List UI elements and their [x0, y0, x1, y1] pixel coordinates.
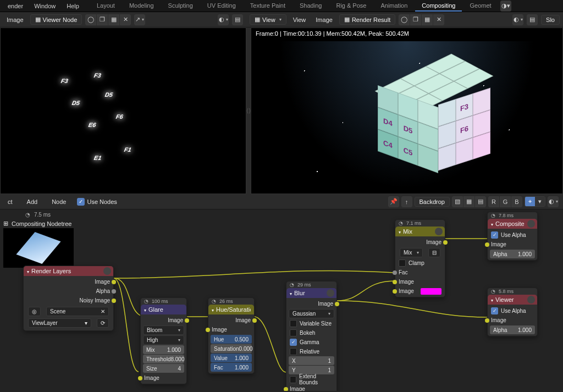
tab-uv[interactable]: UV Editing	[201, 1, 242, 12]
glare-quality[interactable]: High	[143, 335, 184, 345]
render-scene: D4D5 C4C5 F3 F6	[279, 41, 535, 189]
node-mix[interactable]: 7.1 ms Mix Image Mix ⊟ Clamp Fac Image I…	[395, 219, 445, 297]
preview-dot-icon[interactable]	[527, 220, 535, 228]
channel-b[interactable]: B	[511, 196, 522, 207]
shield-icon[interactable]: ◯	[399, 14, 410, 25]
hsv-fac[interactable]: Fac1.000	[211, 363, 252, 372]
node-select-menu[interactable]: ct	[4, 197, 16, 206]
channel-g[interactable]: G	[500, 196, 511, 207]
new-icon[interactable]: ▦	[108, 14, 119, 25]
copy-icon[interactable]: ❐	[410, 14, 421, 25]
glare-mix[interactable]: Mix1.000	[143, 345, 184, 354]
hsv-sat[interactable]: Saturation0.000	[211, 344, 252, 353]
close-icon[interactable]: ✕	[433, 14, 444, 25]
mix-color-swatch[interactable]	[421, 288, 441, 295]
channel-r[interactable]: R	[488, 196, 499, 207]
nodetree-thumb: 7.5 ms ⊞Compositing Nodetree	[3, 212, 74, 268]
viewlayer-field[interactable]: ViewLayer▾	[28, 318, 91, 328]
top-menu-bar: ender Window Help Layout Modeling Sculpt…	[0, 0, 563, 12]
node-blur[interactable]: 29 ms Blur Image Gaussian Variable Size …	[286, 281, 337, 391]
node-canvas[interactable]: 7.5 ms ⊞Compositing Nodetree Render Laye…	[0, 209, 563, 391]
right-image-header: ▦View View Image ▦Render Result ◯ ❐ ▦ ✕ …	[246, 12, 563, 27]
backdrop-button[interactable]: Backdrop	[415, 197, 450, 207]
viewer-node-viewport[interactable]: F3 F3 D5 D5 E6 F6 E1 F1	[0, 27, 246, 194]
node-render-layers[interactable]: Render Layers Image Alpha Noisy Image ◎ …	[23, 266, 114, 331]
blur-x[interactable]: X1	[289, 356, 334, 365]
copy-icon[interactable]: ❐	[97, 14, 108, 25]
render-result-viewport[interactable]: Frame:0 | Time:00:10.39 | Mem:500.42M, P…	[251, 27, 563, 194]
display-channels-icon[interactable]: ◐	[218, 14, 229, 25]
render-refresh-icon[interactable]: ⟳	[97, 318, 109, 328]
left-image-menu[interactable]: Image	[3, 15, 27, 24]
tab-compositing[interactable]: Compositing	[415, 1, 462, 12]
glare-size[interactable]: Size4	[143, 364, 184, 373]
node-composite[interactable]: 7.8 ms Composite ✓Use Alpha Image Alpha1…	[487, 212, 538, 261]
node-hsv[interactable]: 26 ms Hue/Saturation/Value Image Image H…	[208, 297, 255, 374]
scene-browse-icon[interactable]: ◎	[28, 307, 41, 316]
nodetree-name: Compositing Nodetree	[12, 220, 71, 227]
tab-animation[interactable]: Animation	[374, 1, 414, 12]
menu-window[interactable]: Window	[29, 1, 61, 11]
backdrop-fit-icon[interactable]: ▦	[463, 196, 474, 207]
workspace-tabs: Layout Modeling Sculpting UV Editing Tex…	[90, 1, 498, 12]
blur-type[interactable]: Gaussian	[289, 309, 334, 318]
right-image-selector[interactable]: ▦Render Result	[339, 14, 395, 25]
display-channels-icon[interactable]: ◐	[512, 14, 523, 25]
node-node-menu[interactable]: Node	[48, 197, 69, 206]
scene-field[interactable]: Scene✕	[46, 307, 109, 316]
viewport-splitter[interactable]: ⟨⟩	[246, 27, 251, 194]
backdrop-zoom-icon[interactable]: ▧	[452, 196, 463, 207]
backdrop-move-icon[interactable]: ▤	[475, 196, 486, 207]
tab-shading[interactable]: Shading	[293, 1, 328, 12]
close-icon[interactable]: ✕	[120, 14, 131, 25]
left-image-selector[interactable]: ▦Viewer Node	[30, 14, 82, 25]
hsv-val[interactable]: Value1.000	[211, 354, 252, 362]
menu-help[interactable]: Help	[61, 1, 85, 11]
preview-dot-icon[interactable]	[527, 296, 535, 303]
preview-dot-icon[interactable]	[435, 228, 443, 235]
tab-rigpose[interactable]: Rig & Pose	[329, 1, 373, 12]
glare-type[interactable]: Bloom	[143, 325, 184, 335]
preview-dot-icon[interactable]	[327, 289, 334, 297]
node-glare[interactable]: 100 ms Glare Image Bloom High Mix1.000 T…	[140, 297, 187, 384]
overlay-icon[interactable]: ◐	[548, 196, 559, 207]
node-viewer[interactable]: 5.8 ms Viewer ✓Use Alpha Image Alpha1.00…	[487, 288, 538, 336]
viewer-alpha[interactable]: Alpha1.000	[490, 325, 535, 334]
tab-geometry[interactable]: Geomet	[463, 1, 498, 12]
preview-dot-icon[interactable]	[103, 267, 111, 275]
scene-dropdown-icon[interactable]: ◑▾	[500, 1, 511, 12]
parent-icon[interactable]: ↑	[401, 196, 412, 207]
tab-texturepaint[interactable]: Texture Paint	[244, 1, 292, 12]
node-add-menu[interactable]: Add	[24, 197, 41, 206]
hsv-hue[interactable]: Hue0.500	[211, 335, 252, 344]
right-view-dropdown[interactable]: ▦View	[250, 14, 286, 25]
tab-sculpting[interactable]: Sculpting	[162, 1, 200, 12]
composite-alpha[interactable]: Alpha1.000	[490, 250, 535, 258]
right-view-menu[interactable]: View	[290, 15, 310, 24]
pin-icon[interactable]: 📌	[388, 196, 399, 207]
snap-toggle[interactable]: ⌖▾	[525, 196, 545, 207]
right-image-menu[interactable]: Image	[312, 15, 336, 24]
mix-mode[interactable]: Mix	[400, 248, 423, 257]
nodetree-icon: ⊞	[3, 220, 8, 227]
pivot-icon[interactable]: ↗	[134, 14, 145, 25]
viewports-area: F3 F3 D5 D5 E6 F6 E1 F1 ⟨⟩ Frame:0 | Tim…	[0, 27, 563, 194]
glare-threshold[interactable]: Threshold8.000	[143, 355, 184, 363]
tab-modeling[interactable]: Modeling	[123, 1, 161, 12]
menu-ender[interactable]: ender	[2, 1, 29, 11]
left-image-header: Image ▦Viewer Node ◯ ❐ ▦ ✕ ↗ ◐ ▤	[0, 12, 246, 27]
render-stats: Frame:0 | Time:00:10.39 | Mem:500.42M, P…	[251, 28, 562, 39]
node-editor-header: ct Add Node ✓Use Nodes 📌 ↑ Backdrop ▧ ▦ …	[0, 194, 563, 209]
histogram-icon[interactable]: ▤	[232, 14, 243, 25]
use-nodes-toggle[interactable]: ✓Use Nodes	[77, 198, 117, 206]
glow-render-preview: F3 F3 D5 D5 E6 F6 E1 F1	[45, 72, 176, 187]
tab-layout[interactable]: Layout	[90, 1, 122, 12]
mix-dropdown-icon[interactable]: ⊟	[428, 248, 440, 257]
slot-selector[interactable]: Slo	[541, 15, 560, 25]
new-icon[interactable]: ▦	[422, 14, 433, 25]
nodetree-time: 7.5 ms	[25, 212, 74, 218]
shield-icon[interactable]: ◯	[85, 14, 96, 25]
histogram-icon[interactable]: ▤	[527, 14, 538, 25]
